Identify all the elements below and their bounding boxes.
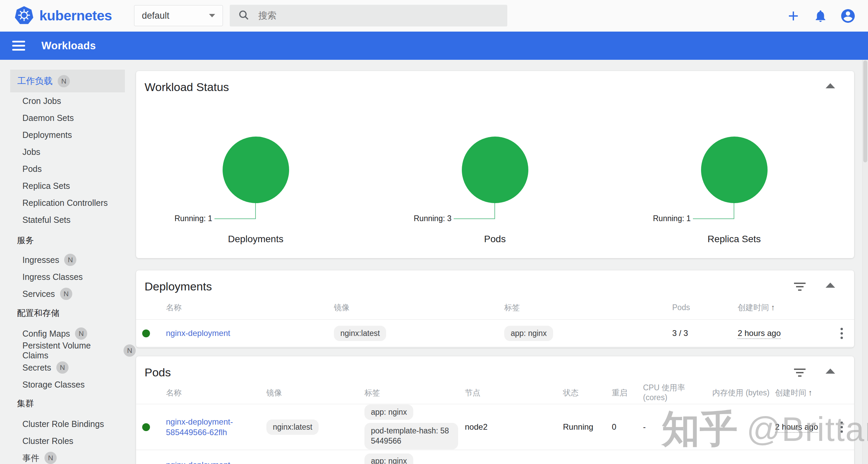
legend-connector: [693, 203, 734, 219]
pie-legend: Running: 1: [653, 214, 691, 223]
notifications-button[interactable]: [812, 8, 829, 24]
sidebar-item-secrets[interactable]: SecretsN: [0, 359, 136, 376]
search-icon: [238, 9, 249, 22]
n-badge: N: [60, 288, 72, 300]
chart-title: Pods: [375, 234, 615, 245]
pod-status: Running: [563, 422, 612, 432]
created-time: 2 hours ago: [738, 328, 781, 339]
image-chip: nginx:latest: [334, 326, 386, 341]
legend-connector: [454, 203, 495, 219]
sidebar-item-daemon-sets[interactable]: Daemon Sets: [0, 109, 136, 126]
sidebar-item-replica-sets[interactable]: Replica Sets: [0, 177, 136, 194]
row-actions-menu-button[interactable]: [838, 420, 845, 435]
account-button[interactable]: [839, 7, 856, 24]
n-badge: N: [44, 452, 57, 464]
sidebar-nav: 工作负载 N Cron Jobs Daemon Sets Deployments…: [0, 60, 136, 464]
column-header-restarts: 重启: [612, 388, 643, 398]
deployment-name-link[interactable]: nginx-deployment: [166, 328, 230, 338]
image-chip: nginx:latest: [266, 420, 319, 435]
sort-ascending-icon: ↑: [771, 303, 775, 312]
card-title: Pods: [145, 366, 171, 379]
chevron-down-icon: [209, 14, 215, 17]
column-header-image: 镜像: [334, 302, 504, 313]
sidebar-item-persistent-volume-claims[interactable]: Persistent Volume ClaimsN: [0, 342, 136, 359]
n-badge: N: [75, 327, 87, 340]
column-header-memory: 内存使用 (bytes): [712, 388, 775, 398]
collapse-card-button[interactable]: [826, 283, 835, 288]
card-title: Deployments: [145, 280, 212, 293]
column-header-labels: 标签: [364, 388, 465, 398]
legend-connector: [214, 203, 256, 219]
deployments-table-header: 名称 镜像 标签 Pods 创建时间↑: [136, 296, 854, 320]
pods-table-header: 名称 镜像 标签 节点 状态 重启 CPU 使用率(cores) 内存使用 (b…: [136, 381, 854, 404]
sidebar-section-config-storage: 配置和存储: [0, 304, 136, 321]
column-header-created[interactable]: 创建时间↑: [738, 302, 829, 313]
pods-card: Pods 名称 镜像 标签 节点 状态 重启 CPU 使用率(cores) 内存…: [136, 356, 854, 464]
menu-button[interactable]: [12, 38, 27, 53]
sidebar-item-pods[interactable]: Pods: [0, 160, 136, 177]
pod-name-link[interactable]: nginx-deployment-585449566-62flh: [166, 417, 233, 437]
sidebar-item-deployments[interactable]: Deployments: [0, 126, 136, 143]
collapse-card-button[interactable]: [826, 369, 835, 374]
n-badge: N: [64, 254, 76, 266]
chart-title: Replica Sets: [615, 234, 854, 245]
column-header-name: 名称: [166, 302, 334, 313]
workload-status-charts: Running: 1 Deployments Running: 3 Pods R…: [136, 137, 854, 252]
sidebar-item-services[interactable]: ServicesN: [0, 285, 136, 302]
kubernetes-dashboard: kubernetes default: [0, 0, 868, 464]
status-ok-icon: [142, 329, 150, 337]
sidebar-item-stateful-sets[interactable]: Stateful Sets: [0, 211, 136, 228]
sidebar-section-service: 服务: [0, 232, 136, 249]
status-ok-icon: [142, 423, 150, 431]
search-input[interactable]: [258, 11, 499, 21]
sidebar-item-cron-jobs[interactable]: Cron Jobs: [0, 92, 136, 109]
pod-name-link[interactable]: nginx-deployment-: [166, 460, 233, 464]
kubernetes-logo[interactable]: kubernetes: [14, 6, 112, 26]
sidebar-item-jobs[interactable]: Jobs: [0, 143, 136, 160]
vertical-scrollbar[interactable]: [862, 60, 868, 464]
column-header-status: 状态: [563, 388, 612, 398]
card-title: Workload Status: [145, 81, 229, 94]
scrollbar-thumb[interactable]: [863, 60, 867, 162]
sidebar-section-cluster: 集群: [0, 395, 136, 412]
column-header-labels: 标签: [504, 302, 672, 313]
pie-running: [462, 137, 528, 203]
pie-legend: Running: 3: [414, 214, 451, 223]
page-toolbar: Workloads: [0, 32, 868, 60]
pod-cpu: -: [643, 422, 712, 432]
pie-running: [223, 137, 289, 203]
namespace-selector[interactable]: default: [134, 5, 223, 26]
app-header: kubernetes default: [0, 0, 868, 32]
filter-icon[interactable]: [794, 369, 806, 379]
pie-legend: Running: 1: [174, 214, 212, 223]
sidebar-item-ingress-classes[interactable]: Ingress Classes: [0, 268, 136, 285]
label-chip: pod-template-hash: 585449566: [364, 423, 458, 449]
deployment-table-row: nginx-deployment nginx:latest app: nginx…: [136, 320, 854, 347]
column-header-created[interactable]: 创建时间↑: [775, 388, 829, 398]
kubernetes-logo-icon: [14, 6, 34, 26]
filter-icon[interactable]: [794, 283, 806, 293]
sidebar-item-replication-controllers[interactable]: Replication Controllers: [0, 194, 136, 211]
collapse-card-button[interactable]: [826, 83, 835, 88]
sidebar-item-workloads[interactable]: 工作负载 N: [10, 70, 125, 92]
sidebar-item-storage-classes[interactable]: Storage Classes: [0, 376, 136, 393]
pod-table-row: nginx-deployment-585449566-62flh nginx:l…: [136, 404, 854, 450]
chart-title: Deployments: [136, 234, 375, 245]
row-actions-menu-button[interactable]: [838, 326, 845, 341]
sort-ascending-icon: ↑: [808, 388, 812, 397]
column-header-node: 节点: [465, 388, 563, 398]
n-badge: N: [56, 361, 69, 374]
column-header-pods: Pods: [672, 303, 738, 312]
sidebar-item-config-maps[interactable]: Config MapsN: [0, 325, 136, 342]
sidebar-item-cluster-role-bindings[interactable]: Cluster Role Bindings: [0, 415, 136, 432]
sidebar-item-events[interactable]: 事件N: [0, 449, 136, 464]
n-badge: N: [124, 344, 136, 357]
pod-restarts: 0: [612, 422, 643, 432]
label-chip: app: nginx: [504, 326, 553, 341]
label-chip: app: nginx: [364, 453, 413, 464]
brand-text: kubernetes: [39, 8, 112, 24]
create-resource-button[interactable]: [786, 8, 801, 24]
sidebar-item-ingresses[interactable]: IngressesN: [0, 251, 136, 268]
sidebar-item-cluster-roles[interactable]: Cluster Roles: [0, 432, 136, 449]
column-header-cpu: CPU 使用率(cores): [643, 383, 712, 403]
